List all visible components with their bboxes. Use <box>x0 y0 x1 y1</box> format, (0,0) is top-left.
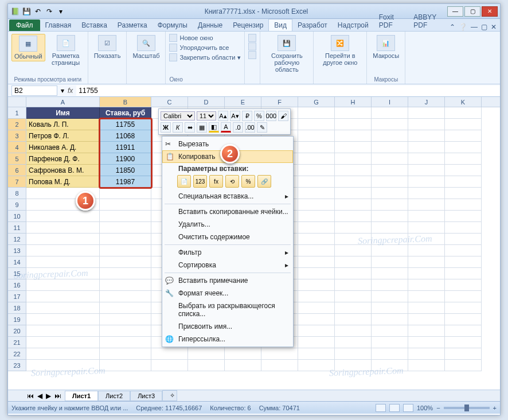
cell[interactable] <box>298 130 335 142</box>
cell[interactable] <box>445 302 482 314</box>
cell-name[interactable]: Петров Ф. Л. <box>26 130 100 142</box>
cell[interactable] <box>372 245 408 256</box>
cell[interactable] <box>408 360 445 371</box>
row-header-12[interactable]: 12 <box>8 234 26 245</box>
sheet-nav-prev-icon[interactable]: ◀ <box>36 392 44 400</box>
minimize-button[interactable]: — <box>447 6 463 17</box>
cell[interactable] <box>445 176 482 188</box>
cell[interactable] <box>100 188 151 199</box>
cell[interactable] <box>372 188 408 199</box>
paste-values-icon[interactable]: 123 <box>193 175 207 188</box>
cell[interactable] <box>335 234 372 245</box>
row-header-9[interactable]: 9 <box>8 199 26 211</box>
show-button[interactable]: ☑ Показать <box>92 34 123 60</box>
cell[interactable] <box>445 153 482 165</box>
hide-icon[interactable] <box>248 42 256 50</box>
cell[interactable] <box>298 279 335 291</box>
cell[interactable] <box>298 153 335 165</box>
cell[interactable] <box>372 153 408 165</box>
close-button[interactable]: ✕ <box>482 6 498 17</box>
cell[interactable] <box>445 165 482 176</box>
cell[interactable] <box>335 245 372 256</box>
cell[interactable] <box>26 211 100 222</box>
cell[interactable] <box>445 222 482 234</box>
col-header-g[interactable]: G <box>298 97 335 107</box>
paste-all-icon[interactable]: 📄 <box>177 175 191 188</box>
redo-icon[interactable]: ↷ <box>45 7 54 16</box>
cell[interactable] <box>445 325 482 337</box>
cell[interactable] <box>445 245 482 256</box>
cell[interactable] <box>408 234 445 245</box>
sheet-nav-last-icon[interactable]: ⏭ <box>53 392 65 400</box>
cell[interactable] <box>408 199 445 211</box>
cell[interactable] <box>372 291 408 302</box>
font-color-icon[interactable]: A <box>221 122 231 133</box>
cell[interactable] <box>372 234 408 245</box>
new-window-button[interactable]: Новое окно <box>169 34 241 42</box>
menu-clear[interactable]: Очистить содержимое <box>162 231 293 243</box>
col-header-d[interactable]: D <box>188 97 225 107</box>
zoom-slider[interactable] <box>444 407 490 409</box>
cell[interactable] <box>408 176 445 188</box>
menu-hyperlink[interactable]: 🌐Гиперссылка... <box>162 333 293 345</box>
save-workspace-button[interactable]: 💾 Сохранить рабочую область <box>264 34 310 74</box>
cell[interactable] <box>445 188 482 199</box>
increase-decimal-icon[interactable]: .00 <box>245 122 255 133</box>
cell[interactable] <box>261 348 298 360</box>
cell[interactable] <box>100 279 151 291</box>
undo-icon[interactable]: ↶ <box>33 7 42 16</box>
cell[interactable] <box>100 314 151 325</box>
zoom-button[interactable]: 🔍 Масштаб <box>130 34 162 60</box>
sheet-tab-2[interactable]: Лист2 <box>98 391 130 401</box>
row-header-5[interactable]: 5 <box>8 153 26 165</box>
col-header-h[interactable]: H <box>335 97 372 107</box>
row-header-8[interactable]: 8 <box>8 188 26 199</box>
sheet-tab-1[interactable]: Лист1 <box>65 391 98 401</box>
row-header-13[interactable]: 13 <box>8 245 26 256</box>
normal-view-button[interactable]: ▦ Обычный <box>11 34 45 61</box>
percent-format-icon[interactable]: % <box>254 111 264 121</box>
borders-icon[interactable]: ▦ <box>197 122 207 133</box>
menu-define-name[interactable]: Присвоить имя... <box>162 320 293 333</box>
cell[interactable] <box>408 337 445 348</box>
tab-file[interactable]: Файл <box>9 20 40 31</box>
increase-font-icon[interactable]: A▴ <box>218 111 228 121</box>
menu-dropdown-list[interactable]: Выбрать из раскрывающегося списка... <box>162 300 293 320</box>
bold-icon[interactable]: Ж <box>161 122 171 133</box>
cell[interactable] <box>100 211 151 222</box>
menu-delete[interactable]: Удалить... <box>162 218 293 231</box>
row-header-10[interactable]: 10 <box>8 211 26 222</box>
tab-abbyy[interactable]: ABBYY PDF <box>408 11 450 31</box>
cell[interactable] <box>188 348 225 360</box>
cell[interactable] <box>408 314 445 325</box>
cell-name[interactable]: Николаев А. Д. <box>26 142 100 153</box>
cell[interactable] <box>408 119 445 130</box>
row-header-1[interactable]: 1 <box>8 107 26 119</box>
col-header-k[interactable]: K <box>445 97 482 107</box>
cell[interactable] <box>408 222 445 234</box>
cell[interactable] <box>100 337 151 348</box>
cell-name[interactable]: Парфенов Д. Ф. <box>26 153 100 165</box>
cell[interactable] <box>298 222 335 234</box>
row-header-22[interactable]: 22 <box>8 348 26 360</box>
zoom-in-button[interactable]: + <box>493 405 497 411</box>
tab-home[interactable]: Главная <box>40 20 77 31</box>
cell[interactable] <box>298 165 335 176</box>
cell[interactable] <box>298 119 335 130</box>
cell[interactable] <box>298 268 335 279</box>
cell[interactable] <box>372 360 408 371</box>
unhide-icon[interactable] <box>248 51 256 59</box>
tab-foxit[interactable]: Foxit PDF <box>374 11 409 31</box>
sheet-nav-first-icon[interactable]: ⏮ <box>25 392 36 400</box>
tab-developer[interactable]: Разработ <box>292 20 333 31</box>
row-header-23[interactable]: 23 <box>8 360 26 371</box>
row-header-15[interactable]: 15 <box>8 268 26 279</box>
cell[interactable] <box>335 222 372 234</box>
tab-view[interactable]: Вид <box>268 19 292 31</box>
help-icon[interactable]: ❔ <box>459 23 467 31</box>
row-header-19[interactable]: 19 <box>8 314 26 325</box>
cell[interactable] <box>372 314 408 325</box>
menu-sort[interactable]: Сортировка▸ <box>162 259 293 271</box>
menu-format-cells[interactable]: 🔧Формат ячеек... <box>162 287 293 300</box>
cell-rate[interactable]: 11987 <box>100 176 151 188</box>
